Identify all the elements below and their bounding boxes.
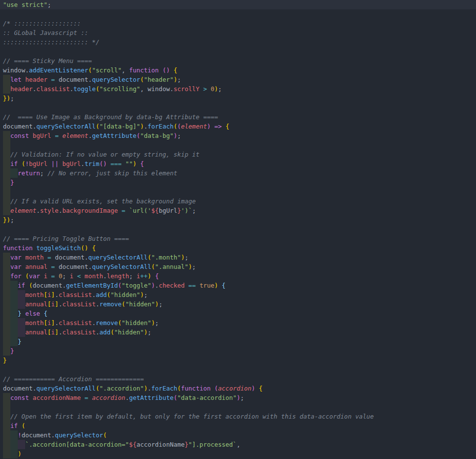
code-token: = bbox=[51, 132, 63, 139]
code-token: = bbox=[47, 76, 59, 83]
code-token: ( bbox=[151, 263, 155, 270]
code-line: month[i].classList.remove("hidden"); bbox=[0, 318, 476, 328]
indent-guide bbox=[3, 253, 10, 262]
code-token: ] bbox=[55, 300, 59, 308]
indent-guide bbox=[3, 421, 10, 430]
code-token: ( bbox=[136, 132, 140, 139]
indent-guide bbox=[3, 262, 10, 271]
code-token: "use strict" bbox=[3, 1, 47, 8]
code-token: ".annual" bbox=[155, 263, 189, 270]
code-token: // ==== Use Image as Background by data-… bbox=[3, 113, 218, 121]
code-token: ) bbox=[151, 319, 155, 327]
code-line: // =========== Accordion ============= bbox=[0, 374, 476, 384]
code-token: month bbox=[25, 291, 44, 298]
code-line: annual[i].classList.remove("hidden"); bbox=[0, 299, 476, 309]
code-token: ) bbox=[144, 328, 148, 336]
code-token: ; bbox=[148, 328, 152, 336]
code-line: ::::::::::::::::::::::: */ bbox=[0, 37, 476, 47]
code-token: // Open the first item by default, but o… bbox=[10, 413, 374, 420]
code-token: == bbox=[185, 282, 200, 289]
code-token: ".accordion" bbox=[100, 385, 144, 392]
code-token: var bbox=[29, 272, 40, 280]
code-token: ".month" bbox=[151, 254, 181, 261]
code-token: ) bbox=[140, 123, 144, 130]
code-line: const accordionName = accordion.getAttri… bbox=[0, 393, 476, 402]
code-token: "scrolling" bbox=[100, 85, 140, 93]
code-token: document. bbox=[22, 431, 55, 439]
code-token: classList bbox=[62, 328, 96, 336]
code-token: ) bbox=[214, 282, 218, 289]
code-token: < bbox=[73, 272, 85, 280]
code-token: "toggle" bbox=[122, 282, 151, 289]
code-token: { bbox=[140, 160, 144, 167]
code-line: } else { bbox=[0, 309, 476, 318]
code-token: ; bbox=[192, 263, 196, 270]
code-token: return bbox=[18, 169, 40, 177]
code-token: . bbox=[81, 160, 85, 167]
code-token: function bbox=[181, 385, 210, 392]
code-token: ( bbox=[173, 394, 177, 401]
code-line bbox=[0, 225, 476, 234]
code-token: ) bbox=[207, 123, 211, 130]
code-token: "scroll" bbox=[92, 66, 122, 74]
code-token: ) bbox=[133, 160, 137, 167]
code-token: { bbox=[92, 244, 96, 252]
code-token: "].processed` bbox=[188, 441, 237, 448]
code-token: add bbox=[96, 291, 107, 298]
code-token: ; bbox=[177, 132, 181, 139]
code-line: }); bbox=[0, 215, 476, 225]
code-token: () bbox=[81, 244, 88, 252]
code-token: { bbox=[226, 123, 230, 130]
code-token: ( bbox=[96, 123, 100, 130]
indent-guide bbox=[3, 159, 10, 168]
code-editor[interactable]: "use strict";/* :::::::::::::::::::: GLo… bbox=[0, 0, 476, 459]
code-token: month bbox=[25, 254, 44, 261]
indent-guide bbox=[3, 290, 10, 299]
code-token: = bbox=[81, 394, 92, 401]
code-token: ( bbox=[103, 431, 107, 439]
code-token: . bbox=[144, 123, 148, 130]
code-token: ) bbox=[173, 132, 177, 139]
code-token: ( bbox=[88, 66, 92, 74]
code-line: // Open the first item by default, but o… bbox=[0, 412, 476, 421]
code-token: // ==== Sticky Menu ==== bbox=[3, 57, 92, 65]
code-token: header bbox=[25, 76, 47, 83]
code-token: /* :::::::::::::::::: bbox=[3, 20, 81, 27]
code-token: const bbox=[10, 394, 29, 401]
code-token: ; bbox=[177, 76, 181, 83]
indent-guide bbox=[3, 131, 10, 140]
code-token: . bbox=[55, 291, 59, 298]
code-token: window. bbox=[3, 66, 29, 74]
code-token: classList bbox=[62, 300, 96, 308]
code-token: querySelectorAll bbox=[36, 385, 96, 392]
code-token: function bbox=[129, 66, 159, 74]
code-token bbox=[159, 66, 163, 74]
code-token: === bbox=[107, 160, 126, 167]
code-token: classList bbox=[59, 291, 92, 298]
code-line: var month = document.querySelectorAll(".… bbox=[0, 253, 476, 262]
code-token: , window. bbox=[140, 85, 173, 93]
code-line: return; // No error, just skip this elem… bbox=[0, 168, 476, 178]
code-token: toggle bbox=[73, 85, 96, 93]
code-line: !document.querySelector( bbox=[0, 430, 476, 440]
code-token: ( bbox=[214, 385, 218, 392]
indent-guide bbox=[10, 299, 18, 309]
code-token: { bbox=[222, 282, 226, 289]
code-token: ) bbox=[188, 263, 192, 270]
code-token: ; bbox=[218, 85, 222, 93]
code-token: ) bbox=[18, 450, 22, 458]
code-line: }); bbox=[0, 94, 476, 103]
code-token: for bbox=[10, 272, 22, 280]
indent-guide bbox=[3, 328, 10, 337]
indent-guide bbox=[10, 281, 18, 290]
code-token: . bbox=[103, 272, 107, 280]
code-token: const bbox=[10, 132, 29, 139]
indent-guide bbox=[3, 271, 10, 281]
code-line: var annual = document.querySelectorAll("… bbox=[0, 262, 476, 271]
code-token: style bbox=[40, 207, 59, 214]
code-line: // ==== Sticky Menu ==== bbox=[0, 56, 476, 66]
code-token: "hidden" bbox=[110, 291, 140, 298]
code-token: addEventListener bbox=[29, 66, 88, 74]
indent-guide bbox=[10, 337, 18, 346]
code-token: remove bbox=[100, 300, 122, 308]
